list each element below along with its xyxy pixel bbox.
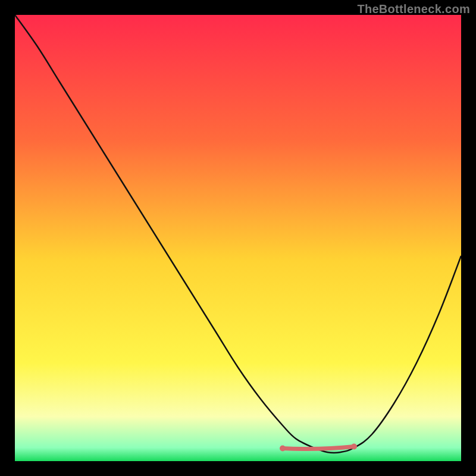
bottleneck-curve-layer xyxy=(15,15,461,461)
optimal-range-dot-right xyxy=(351,444,357,450)
optimal-range-dot-left xyxy=(280,446,286,452)
chart-container: TheBottleneck.com xyxy=(0,0,476,476)
plot-area xyxy=(15,15,461,461)
optimal-range-marker xyxy=(283,447,354,449)
bottleneck-curve xyxy=(15,15,461,453)
watermark-text: TheBottleneck.com xyxy=(357,2,470,16)
